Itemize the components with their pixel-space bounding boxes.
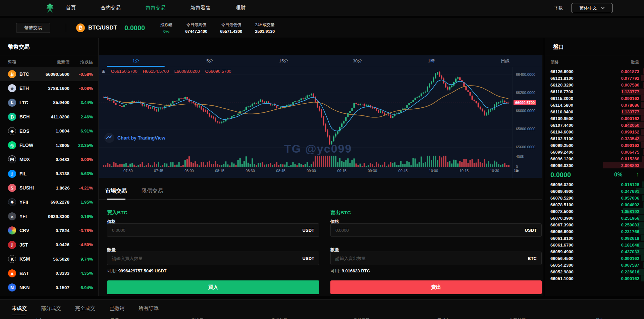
ask-row[interactable]: 66110.84001.133777 — [545, 108, 644, 115]
coin-row-yfi[interactable]: ×YFI9629.83000.16% — [0, 209, 98, 223]
coin-price: 56.5020 — [33, 257, 69, 262]
bid-row[interactable]: 66056.45000.090162 — [545, 255, 644, 262]
ask-row[interactable]: 66107.44000.842050 — [545, 122, 644, 128]
bid-row[interactable]: 66054.23000.007587 — [545, 262, 644, 268]
trade-tab-market-trade[interactable]: 市場交易 — [105, 183, 127, 200]
nav-item-contract-trade[interactable]: 合約交易 — [101, 5, 121, 11]
interval-tab-1時[interactable]: 1時 — [394, 55, 468, 67]
trade-tabs: 市場交易限價交易 — [99, 183, 542, 200]
bid-row[interactable]: 66067.39000.250083 — [545, 221, 644, 228]
bid-row[interactable]: 66061.67000.181648 — [545, 242, 644, 248]
last-price: 0.0000 — [124, 24, 145, 32]
bid-qty: 0.347691 — [621, 189, 639, 194]
order-tab-all-orders[interactable]: 所有訂單 — [139, 300, 159, 317]
coin-row-eth[interactable]: ◆ETH3788.1600-0.08% — [0, 81, 98, 95]
buy-price-input[interactable] — [112, 228, 299, 233]
ask-row[interactable]: 66121.81000.077792 — [545, 75, 644, 82]
language-selector[interactable]: 繁体中文 — [572, 3, 612, 13]
interval-tab-15分[interactable]: 15分 — [247, 55, 320, 67]
price-axis[interactable]: 66400.000066200.000066000.000065800.0000… — [513, 67, 542, 178]
coin-symbol: KSM — [19, 256, 33, 262]
coin-change: -4.21% — [70, 185, 93, 191]
coin-row-crv[interactable]: CRV0.7824-3.78% — [0, 223, 98, 237]
coin-row-bat[interactable]: ▲BAT0.33334.35% — [0, 266, 98, 280]
sell-amount-input[interactable] — [335, 256, 524, 261]
depth-bar — [643, 262, 644, 268]
ask-row[interactable]: 66096.12000.015368 — [545, 155, 644, 162]
buy-amount-input[interactable] — [112, 256, 299, 261]
bid-row[interactable]: 66089.49000.347691 — [545, 188, 644, 195]
interval-tab-1分[interactable]: 1分 — [99, 55, 173, 67]
coin-row-ltc[interactable]: ŁLTC85.94003.44% — [0, 96, 98, 110]
nav-item-new-coin-sale[interactable]: 新幣發售 — [191, 5, 211, 11]
coin-row-flow[interactable]: ◎FLOW1.390523.35% — [0, 138, 98, 152]
ask-row[interactable]: 66126.69000.001873 — [545, 68, 644, 75]
nav-item-spot-trade[interactable]: 幣幣交易 — [146, 5, 166, 11]
coin-symbol: LTC — [19, 100, 33, 105]
coin-row-btc[interactable]: ₿BTC66090.5600-0.58% — [0, 67, 98, 81]
ask-row[interactable]: 66102.91000.333542 — [545, 135, 644, 142]
ask-qty: 0.077792 — [621, 76, 639, 81]
tradingview-attribution[interactable]: Chart by TradingView — [104, 133, 165, 143]
coin-row-ksm[interactable]: KKSM56.50209.74% — [0, 252, 98, 266]
ask-price: 66118.7700 — [550, 89, 573, 94]
watermark: TG @yc099 — [284, 142, 352, 155]
order-tab-open-orders[interactable]: 未成交 — [12, 300, 27, 317]
bid-row[interactable]: 66066.69000.231766 — [545, 228, 644, 235]
coin-row-mdx[interactable]: MMDX0.04830.00% — [0, 152, 98, 166]
bid-row[interactable]: 66078.52000.057006 — [545, 195, 644, 201]
bid-row[interactable]: 66096.02000.015128 — [545, 181, 644, 188]
sell-price-input[interactable] — [335, 228, 522, 233]
sell-button[interactable]: 賣出 — [330, 280, 542, 294]
volume-tick: 400K — [516, 155, 525, 159]
ask-row[interactable]: 66096.03002.098893 — [545, 162, 644, 169]
phoenix-logo[interactable] — [44, 2, 56, 14]
bid-row[interactable]: 66078.50001.058192 — [545, 208, 644, 215]
trade-tab-limit-trade[interactable]: 限價交易 — [142, 183, 163, 200]
depth-bar — [643, 68, 644, 74]
coin-row-nkn[interactable]: NNKN0.15076.94% — [0, 280, 98, 295]
ask-row[interactable]: 66114.58000.078686 — [545, 102, 644, 108]
bid-row[interactable]: 66078.51000.004892 — [545, 201, 644, 208]
market-type-button[interactable]: 幣幣交易 — [16, 23, 50, 33]
ask-row[interactable]: 66120.32000.007580 — [545, 82, 644, 88]
buy-button[interactable]: 買入 — [107, 280, 319, 294]
ask-row[interactable]: 66104.60000.090162 — [545, 128, 644, 135]
coin-row-fil[interactable]: ƒFIL9.81385.63% — [0, 167, 98, 181]
bid-row[interactable]: 66070.39000.251966 — [545, 215, 644, 221]
coin-row-bch[interactable]: ₿BCH411.82002.46% — [0, 110, 98, 124]
candlestick-chart[interactable] — [99, 67, 513, 178]
order-tab-cancelled[interactable]: 已撤銷 — [109, 300, 124, 317]
coin-symbol: MDX — [19, 157, 33, 162]
coin-row-yfii[interactable]: ¥YFII690.22781.95% — [0, 195, 98, 209]
nav-item-finance[interactable]: 理財 — [235, 5, 246, 11]
ask-price: 66107.4400 — [550, 123, 574, 128]
coin-col-2: 漲跌幅 — [69, 59, 93, 65]
bid-row[interactable]: 66061.81000.092618 — [545, 235, 644, 242]
buy-price-unit: USDT — [303, 228, 314, 233]
ask-row[interactable]: 66118.77001.133777 — [545, 88, 644, 95]
add-indicator-icon[interactable]: ⊞ — [102, 68, 106, 74]
ask-row[interactable]: 66099.25000.090162 — [545, 142, 644, 149]
order-tab-partially-filled[interactable]: 部分成交 — [41, 300, 61, 317]
download-link[interactable]: 下載 — [554, 5, 563, 11]
interval-tab-5分[interactable]: 5分 — [173, 55, 247, 67]
coin-row-jst[interactable]: JJST0.0426-4.50% — [0, 238, 98, 252]
bid-row[interactable]: 66059.49000.437033 — [545, 248, 644, 255]
coin-row-sushi[interactable]: SSUSHI1.8626-4.21% — [0, 181, 98, 195]
order-tab-filled[interactable]: 完全成交 — [75, 300, 95, 317]
arrow-up-icon: ↑ — [636, 171, 639, 178]
interval-tab-日線[interactable]: 日線 — [468, 55, 542, 67]
interval-tab-30分[interactable]: 30分 — [321, 55, 394, 67]
bid-row[interactable]: 66051.10000.090162 — [545, 275, 644, 282]
ask-row[interactable]: 66099.24000.006475 — [545, 149, 644, 155]
nav-item-home[interactable]: 首頁 — [66, 5, 76, 11]
buy-title: 買入BTC — [107, 210, 127, 216]
ask-row[interactable]: 66115.30000.090162 — [545, 95, 644, 102]
order-col-3: 委託數量 — [271, 317, 287, 319]
bid-row[interactable]: 66052.98000.226816 — [545, 268, 644, 275]
ask-row[interactable]: 66109.95000.090162 — [545, 115, 644, 122]
flow-coin-icon: ◎ — [8, 141, 16, 149]
coin-row-eos[interactable]: ◆EOS1.08046.91% — [0, 124, 98, 138]
ticker-stat-value: 67447.2400 — [185, 29, 207, 34]
